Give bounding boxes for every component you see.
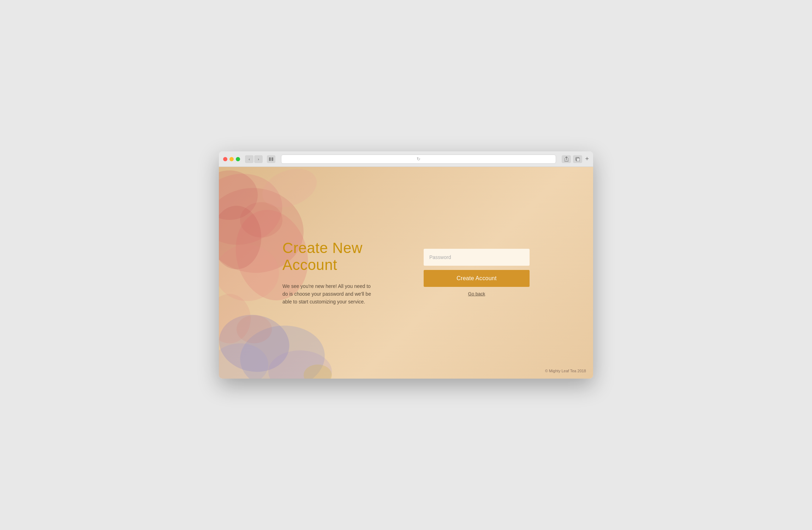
back-button[interactable]: ‹ <box>245 155 253 163</box>
svg-rect-3 <box>577 158 580 161</box>
svg-point-16 <box>304 365 332 379</box>
left-section: Create New Account We see you're new her… <box>282 240 395 306</box>
create-account-button[interactable]: Create Account <box>424 270 530 287</box>
password-input[interactable] <box>424 249 530 266</box>
close-button[interactable] <box>223 157 227 161</box>
new-tab-button[interactable]: + <box>585 155 589 163</box>
svg-rect-0 <box>269 157 271 161</box>
browser-actions: + <box>562 155 589 163</box>
main-content: Create New Account We see you're new her… <box>219 218 593 327</box>
page-title: Create New Account <box>282 240 395 274</box>
share-button[interactable] <box>562 155 571 163</box>
svg-point-15 <box>268 350 332 379</box>
svg-point-13 <box>238 322 328 379</box>
browser-window: ‹ › ↻ + <box>219 151 593 379</box>
copyright: © Mighty Leaf Tea 2018 <box>545 369 586 373</box>
svg-point-14 <box>219 343 268 379</box>
forward-button[interactable]: › <box>254 155 263 163</box>
svg-point-6 <box>219 170 258 220</box>
reload-icon: ↻ <box>417 156 420 162</box>
page-content: Create New Account We see you're new her… <box>219 167 593 379</box>
browser-chrome: ‹ › ↻ + <box>219 151 593 167</box>
sidebar-toggle-button[interactable] <box>267 155 275 163</box>
nav-buttons: ‹ › <box>245 155 263 163</box>
go-back-link[interactable]: Go back <box>424 291 530 296</box>
url-bar[interactable]: ↻ <box>281 155 556 164</box>
svg-rect-1 <box>271 157 273 161</box>
svg-point-11 <box>257 167 322 214</box>
tabs-overview-button[interactable] <box>573 155 582 163</box>
page-description: We see you're new here! All you need to … <box>282 282 374 306</box>
right-section: Create Account Go back <box>424 249 530 296</box>
maximize-button[interactable] <box>236 157 240 161</box>
minimize-button[interactable] <box>229 157 234 161</box>
traffic-lights <box>223 157 240 161</box>
